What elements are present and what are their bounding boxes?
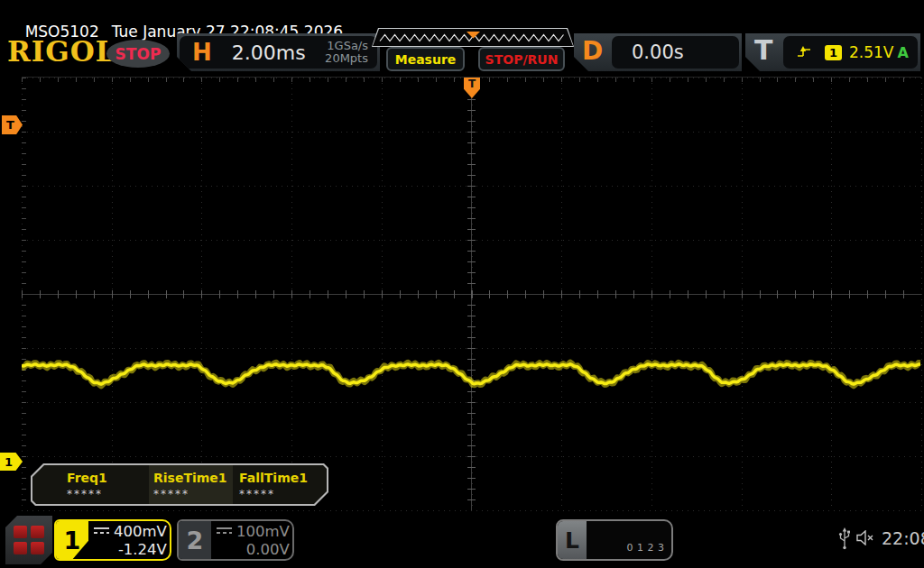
channel2-status-box[interactable]: 2 100mV 0.00V xyxy=(177,519,294,561)
timebase-value: 2.00ms xyxy=(232,41,306,64)
measurement-value: ***** xyxy=(153,488,233,500)
red-grid-icon xyxy=(14,526,44,554)
channel1-offset: -1.24V xyxy=(92,541,167,559)
measurement-label: RiseTime1 xyxy=(153,471,233,485)
stop-run-button[interactable]: STOP/RUN xyxy=(478,47,565,71)
trigger-source-badge: 1 xyxy=(825,45,842,60)
position-cursor-icon xyxy=(467,32,480,39)
trigger-block[interactable]: T 1 2.51V A xyxy=(745,33,920,71)
horizontal-settings-block[interactable]: H 2.00ms 1GSa/s 20Mpts xyxy=(177,33,380,71)
channel1-position-marker[interactable]: 1 xyxy=(0,453,23,471)
run-state-badge: STOP xyxy=(106,40,170,68)
rising-edge-trigger-icon xyxy=(796,45,812,60)
graticule[interactable]: T xyxy=(22,77,921,510)
delay-label: D xyxy=(582,36,603,66)
channel1-scale: 400mV xyxy=(114,523,167,541)
waveform-overview-icon xyxy=(373,29,573,46)
trigger-label: T xyxy=(754,34,772,66)
channel2-offset: 0.00V xyxy=(215,541,290,559)
delay-value: 0.00s xyxy=(612,41,684,63)
rigol-logo: RIGOL xyxy=(7,35,116,68)
channel2-scale: 100mV xyxy=(236,523,290,541)
channel2-number: 2 xyxy=(179,521,211,559)
memory-depth: 20Mpts xyxy=(325,51,368,65)
channel1-status-box[interactable]: 1 400mV -1.24V xyxy=(54,519,171,561)
acquisition-info: 1GSa/s 20Mpts xyxy=(325,40,377,65)
horizontal-label: H xyxy=(180,39,212,66)
measure-button[interactable]: Measure xyxy=(386,47,465,71)
measurement-value: ***** xyxy=(67,488,149,500)
trigger-level-value: 2.51V xyxy=(849,43,893,61)
dc-coupling-icon xyxy=(94,527,109,536)
speaker-muted-icon[interactable] xyxy=(855,530,877,549)
measurement-value: ***** xyxy=(239,488,327,500)
logic-channels-box[interactable]: L 0 1 2 3 4 5 6 7 8 9 10 11 12 13 14 15 xyxy=(556,519,673,561)
menu-button[interactable] xyxy=(5,516,52,564)
measurement-risetime1[interactable]: RiseTime1 ***** xyxy=(149,465,233,504)
trigger-level-marker[interactable]: T xyxy=(2,115,23,134)
waveform-position-strip[interactable] xyxy=(372,28,574,47)
usb-icon xyxy=(837,527,852,554)
sample-rate: 1GSa/s xyxy=(327,39,368,52)
oscilloscope-screen: MSO5102Tue January 27 22:08:45 2026 RIGO… xyxy=(0,0,924,568)
channel1-number: 1 xyxy=(56,521,88,559)
logic-channel-numbers: 0 1 2 3 4 5 6 7 8 9 10 11 12 13 14 15 xyxy=(587,521,673,559)
grid-line-vertical xyxy=(921,78,922,510)
delay-block[interactable]: D 0.00s xyxy=(574,33,742,71)
measurement-panel[interactable]: Freq1 ***** RiseTime1 ***** FallTime1 **… xyxy=(31,463,328,506)
clock: 22:08 xyxy=(882,528,924,548)
measurement-label: Freq1 xyxy=(67,471,149,485)
ch1-waveform xyxy=(22,78,921,510)
measurement-falltime1[interactable]: FallTime1 ***** xyxy=(233,465,327,504)
measurement-freq1[interactable]: Freq1 ***** xyxy=(32,465,149,504)
grid-line-horizontal xyxy=(22,510,921,511)
measurement-label: FallTime1 xyxy=(239,471,327,485)
logic-label: L xyxy=(558,521,587,559)
dc-coupling-icon xyxy=(217,527,232,536)
trigger-mode: A xyxy=(898,44,909,61)
